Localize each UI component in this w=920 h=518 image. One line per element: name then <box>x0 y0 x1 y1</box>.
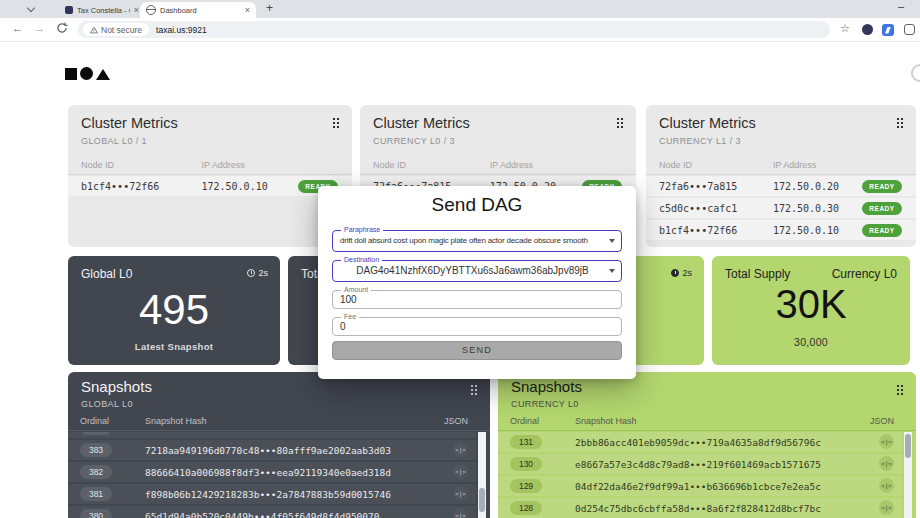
snapshot-hash: 0d254c75dbc6cbffa58d•••8a6f2f828412d8bcf… <box>575 503 821 514</box>
browser-toolbar: ← → Not secure taxai.us:9921 ☆ <box>0 18 920 42</box>
col-ordinal: Ordinal <box>80 416 109 426</box>
ordinal-badge: 129 <box>510 479 542 493</box>
col-node-id: Node ID <box>373 160 406 170</box>
col-json: JSON <box>870 416 894 426</box>
ordinal-badge: 131 <box>510 435 542 449</box>
snapshot-rows: 384 383 7218aa949196d0770c48•••80afff9ae… <box>68 432 476 518</box>
close-tab-icon[interactable]: × <box>245 6 250 15</box>
snapshots-card-currency-l0: Snapshots CURRENCY L0 Ordinal Snapshot H… <box>498 372 916 518</box>
back-icon[interactable]: ← <box>12 23 23 34</box>
drag-handle-icon[interactable] <box>896 384 904 395</box>
view-json-icon[interactable]: <|> <box>453 442 468 457</box>
ip-address: 172.50.0.10 <box>773 225 839 236</box>
metric-title: Total Supply <box>725 267 790 281</box>
col-node-id: Node ID <box>659 160 692 170</box>
ip-address: 172.50.0.30 <box>773 203 839 214</box>
timer-value: 2s <box>258 268 268 278</box>
forward-icon[interactable]: → <box>34 23 45 34</box>
url-text: taxai.us:9921 <box>156 25 207 35</box>
send-button[interactable]: SEND <box>332 341 622 360</box>
node-id: 72fa6•••7a815 <box>659 181 737 192</box>
snapshot-hash: 88666410a006988f8df3•••eea92119340e0aed3… <box>145 467 391 478</box>
cluster-card-global-l0: Cluster Metrics GLOBAL L0 / 1 Node ID IP… <box>68 105 352 247</box>
table-row: 131 2bbb86acc401eb9059dc•••719a4635a8df9… <box>498 432 902 452</box>
address-bar[interactable]: Not secure taxai.us:9921 <box>78 21 830 38</box>
tab-tax-constella[interactable]: Tax Constella - Constellation M... × <box>62 2 142 18</box>
table-row: b1cf4•••72f66 172.50.0.10 READY <box>646 220 916 240</box>
scrollbar-track[interactable] <box>904 432 912 518</box>
warning-icon <box>90 26 98 34</box>
ordinal-badge: 384 <box>80 432 112 435</box>
view-json-icon[interactable]: <|> <box>453 486 468 501</box>
fee-field: Fee <box>332 317 622 336</box>
status-badge: READY <box>862 224 902 237</box>
clock-icon <box>247 269 255 277</box>
side-panel-icon[interactable] <box>904 24 915 35</box>
node-id: b1cf4•••72f66 <box>81 181 159 192</box>
view-json-icon[interactable]: <|> <box>879 456 894 471</box>
table-row: 381 f898b06b12429218283b•••2a7847883b59d… <box>68 484 476 504</box>
drag-handle-icon[interactable] <box>896 117 904 128</box>
metric-card-global-l0: Global L0 2s 495 Latest Snapshot <box>68 256 280 365</box>
card-subtitle: CURRENCY L0 / 3 <box>373 136 455 146</box>
paraphrase-select[interactable]: Paraphrase drift doll absurd cost upon m… <box>332 230 622 252</box>
send-dag-modal: Send DAG Paraphrase drift doll absurd co… <box>318 186 636 379</box>
tab-dashboard[interactable]: Dashboard × <box>140 2 256 18</box>
logo-circle-icon <box>80 67 93 80</box>
card-title: Snapshots <box>81 378 152 395</box>
browser-tab-strip: Tax Constella - Constellation M... × Das… <box>0 0 920 18</box>
scrollbar-thumb[interactable] <box>479 488 485 512</box>
paraphrase-value: drift doll absurd cost upon magic plate … <box>340 231 605 251</box>
cluster-card-currency-l1: Cluster Metrics CURRENCY L1 / 3 Node ID … <box>646 105 916 247</box>
new-tab-button[interactable]: + <box>266 1 273 15</box>
snapshot-hash: 2bbb86acc401eb9059dc•••719a4635a8df9d567… <box>575 437 821 448</box>
ordinal-badge: 381 <box>80 487 112 501</box>
snapshot-rows: 131 2bbb86acc401eb9059dc•••719a4635a8df9… <box>498 432 902 518</box>
drag-handle-icon[interactable] <box>332 117 340 128</box>
window-minimize-button[interactable]: – <box>898 0 904 12</box>
snapshot-hash: 7218aa949196d0770c48•••80afff9ae2002aab3… <box>145 445 391 456</box>
tab-favicon <box>65 6 73 14</box>
col-ip-address: IP Address <box>201 160 244 170</box>
amount-input[interactable] <box>333 291 621 308</box>
scrollbar-track[interactable] <box>478 432 486 518</box>
bookmark-star-icon[interactable]: ☆ <box>840 23 850 34</box>
extension-icon[interactable] <box>862 24 873 35</box>
divider <box>68 174 352 175</box>
security-chip[interactable]: Not secure <box>83 23 149 36</box>
drag-handle-icon[interactable] <box>470 384 478 395</box>
view-json-icon[interactable]: <|> <box>879 434 894 449</box>
view-json-icon[interactable]: <|> <box>453 508 468 518</box>
scrollbar-thumb[interactable] <box>905 434 911 458</box>
table-header: Node ID IP Address <box>646 160 916 172</box>
security-label: Not secure <box>101 25 142 35</box>
table-row: 128 0d254c75dbc6cbffa58d•••8a6f2f828412d… <box>498 498 902 518</box>
divider <box>646 174 916 175</box>
logo-triangle-icon <box>96 69 110 80</box>
destination-select[interactable]: Destination DAG4o41NzhfX6DyYBTTXu6sJa6aw… <box>332 260 622 282</box>
drag-handle-icon[interactable] <box>616 117 624 128</box>
tab-search-chevron-icon[interactable] <box>27 4 35 12</box>
app-logo <box>65 67 110 80</box>
table-row: 384 <box>68 432 476 438</box>
metric-value: 30K <box>712 282 910 327</box>
fee-input[interactable] <box>333 318 621 335</box>
col-json: JSON <box>444 416 468 426</box>
card-subtitle: CURRENCY L0 <box>511 399 579 409</box>
ip-address: 172.50.0.20 <box>773 181 839 192</box>
view-json-icon[interactable]: <|> <box>453 464 468 479</box>
view-json-icon[interactable]: <|> <box>879 500 894 515</box>
snapshot-hash: 65d1d94a0b520c0449b•••4f05f649d8f4d95007… <box>145 511 380 518</box>
view-json-icon[interactable]: <|> <box>879 478 894 493</box>
extension-blue-icon[interactable] <box>882 24 894 36</box>
chevron-down-icon <box>609 239 615 243</box>
col-ip-address: IP Address <box>773 160 816 170</box>
close-tab-icon[interactable]: × <box>134 6 139 15</box>
col-ip-address: IP Address <box>490 160 533 170</box>
ordinal-badge: 380 <box>80 509 112 518</box>
metric-title: Global L0 <box>81 267 132 281</box>
refresh-timer: 2s <box>247 268 268 278</box>
reload-icon[interactable] <box>56 22 68 36</box>
metric-caption: 30,000 <box>712 336 910 348</box>
table-row: 380 65d1d94a0b520c0449b•••4f05f649d8f4d9… <box>68 506 476 518</box>
